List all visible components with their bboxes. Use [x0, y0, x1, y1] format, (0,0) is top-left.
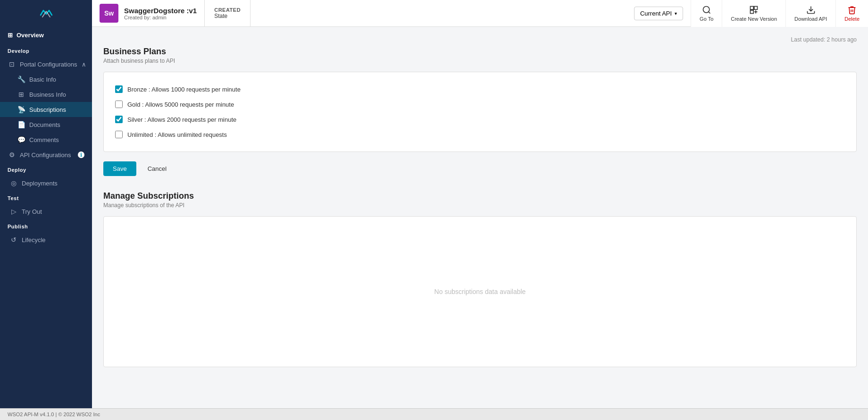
create-version-button[interactable]: Create New Version	[722, 0, 785, 27]
action-buttons: Save Cancel	[103, 161, 857, 176]
sidebar-item-basic-info[interactable]: 🔧 Basic Info	[0, 72, 92, 87]
plan-checkbox-silver[interactable]	[115, 116, 123, 123]
save-button[interactable]: Save	[103, 161, 136, 176]
portal-config-icon: ⊡	[8, 60, 16, 68]
manage-subscriptions-title: Manage Subscriptions	[103, 191, 857, 201]
basic-info-label: Basic Info	[29, 76, 56, 83]
documents-label: Documents	[29, 121, 60, 128]
comments-label: Comments	[29, 136, 59, 143]
goto-button[interactable]: Go To	[691, 0, 722, 27]
api-name-block: SwaggerDogstore :v1 Created by: admin	[124, 7, 197, 20]
wrench-icon: 🔧	[17, 76, 25, 83]
delete-button[interactable]: Delete	[835, 0, 868, 27]
api-title-area: Sw SwaggerDogstore :v1 Created by: admin	[92, 0, 205, 27]
documents-icon: 📄	[17, 121, 25, 128]
wso2-logo-icon	[37, 4, 56, 23]
api-config-icon: ⚙	[8, 151, 16, 159]
download-icon	[806, 5, 816, 15]
download-label: Download API	[794, 16, 827, 22]
business-info-label: Business Info	[29, 91, 66, 98]
sidebar-item-deployments[interactable]: ◎ Deployments	[0, 176, 92, 191]
try-out-label: Try Out	[22, 208, 42, 215]
goto-icon	[702, 5, 711, 15]
svg-rect-4	[754, 6, 758, 9]
plan-item-silver: Silver : Allows 2000 requests per minute	[115, 112, 845, 127]
sidebar-item-business-info[interactable]: ⊞ Business Info	[0, 87, 92, 102]
goto-label: Go To	[700, 16, 713, 22]
content-area: Last updated: 2 hours ago Business Plans…	[92, 27, 868, 408]
chevron-up-icon: ∧	[82, 61, 86, 68]
plan-label-gold[interactable]: Gold : Allows 5000 requests per minute	[127, 101, 234, 108]
test-section-header: Test	[0, 191, 92, 204]
api-creator: Created by: admin	[124, 15, 197, 20]
plan-label-silver[interactable]: Silver : Allows 2000 requests per minute	[127, 116, 236, 123]
svg-rect-5	[751, 10, 754, 13]
try-out-icon: ▷	[9, 208, 18, 215]
plan-checkbox-unlimited[interactable]	[115, 131, 123, 138]
create-version-label: Create New Version	[731, 16, 777, 22]
sidebar-item-subscriptions[interactable]: 📡 Subscriptions	[0, 102, 92, 117]
plan-item-gold: Gold : Allows 5000 requests per minute	[115, 97, 845, 112]
current-api-label: Current API	[640, 10, 672, 17]
publish-section-header: Publish	[0, 219, 92, 232]
svg-rect-3	[751, 6, 754, 9]
overview-icon: ⊞	[8, 32, 13, 39]
create-version-icon	[749, 5, 759, 15]
comments-icon: 💬	[17, 136, 25, 143]
deploy-section-header: Deploy	[0, 162, 92, 176]
rss-icon: 📡	[17, 106, 25, 113]
api-state-area: CREATED State	[205, 0, 250, 27]
plan-label-unlimited[interactable]: Unlimited : Allows unlimited requests	[127, 131, 227, 138]
sidebar-item-portal-configurations[interactable]: ⊡ Portal Configurations ∧	[0, 57, 92, 72]
lifecycle-icon: ↺	[9, 236, 18, 244]
info-icon: ℹ	[78, 151, 84, 158]
portal-config-label: Portal Configurations	[20, 61, 77, 68]
chevron-down-icon: ▾	[675, 11, 677, 16]
sidebar-item-try-out[interactable]: ▷ Try Out	[0, 204, 92, 219]
deployments-icon: ◎	[9, 179, 18, 187]
manage-subscriptions-subtitle: Manage subscriptions of the API	[103, 202, 857, 209]
subscriptions-label: Subscriptions	[29, 106, 66, 113]
lifecycle-label: Lifecycle	[22, 236, 46, 244]
api-avatar: Sw	[100, 4, 118, 23]
last-updated: Last updated: 2 hours ago	[103, 36, 857, 43]
business-plans-subtitle: Attach business plans to API	[103, 58, 857, 64]
current-api-button[interactable]: Current API ▾	[634, 7, 683, 20]
state-value: State	[214, 13, 241, 19]
logo-area	[0, 0, 92, 27]
api-config-label: API Configurations	[20, 151, 71, 159]
cancel-button[interactable]: Cancel	[142, 161, 172, 176]
overview-label: Overview	[17, 32, 44, 39]
plan-label-bronze[interactable]: Bronze : Allows 1000 requests per minute	[127, 86, 241, 93]
header-actions: Current API ▾ Go To Create New Version D…	[634, 0, 868, 27]
delete-icon	[847, 5, 857, 15]
plan-item-bronze: Bronze : Allows 1000 requests per minute	[115, 82, 845, 97]
api-name: SwaggerDogstore :v1	[124, 7, 197, 15]
plan-checkbox-gold[interactable]	[115, 101, 123, 108]
download-button[interactable]: Download API	[785, 0, 835, 27]
svg-point-1	[703, 6, 709, 12]
delete-label: Delete	[844, 16, 860, 22]
footer: WSO2 API-M v4.1.0 | © 2022 WSO2 Inc	[0, 408, 868, 420]
grid-icon: ⊞	[17, 91, 25, 98]
plan-checkbox-bronze[interactable]	[115, 85, 123, 93]
sidebar-item-overview[interactable]: ⊞ Overview	[0, 27, 92, 43]
sidebar-item-lifecycle[interactable]: ↺ Lifecycle	[0, 232, 92, 247]
sidebar-item-api-configurations[interactable]: ⚙ API Configurations ℹ	[0, 147, 92, 162]
sidebar-item-documents[interactable]: 📄 Documents	[0, 117, 92, 132]
deployments-label: Deployments	[22, 180, 58, 187]
subscriptions-empty-state: No subscriptions data available	[103, 216, 857, 367]
develop-section-header: Develop	[0, 43, 92, 57]
sidebar-item-comments[interactable]: 💬 Comments	[0, 132, 92, 147]
footer-text: WSO2 API-M v4.1.0 | © 2022 WSO2 Inc	[8, 412, 100, 417]
plan-item-unlimited: Unlimited : Allows unlimited requests	[115, 127, 845, 142]
subscriptions-empty-message: No subscriptions data available	[434, 288, 526, 295]
sidebar: ⊞ Overview Develop ⊡ Portal Configuratio…	[0, 27, 92, 408]
business-plans-title: Business Plans	[103, 47, 857, 57]
svg-line-2	[709, 11, 710, 13]
plans-box: Bronze : Allows 1000 requests per minute…	[103, 72, 857, 152]
state-label: CREATED	[214, 7, 241, 13]
